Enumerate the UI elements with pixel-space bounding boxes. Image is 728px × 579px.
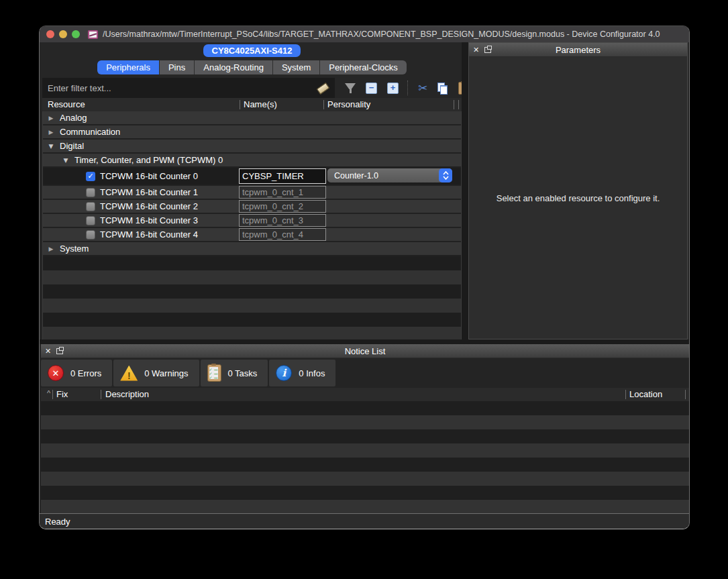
tab-system[interactable]: System bbox=[273, 60, 320, 74]
empty-row bbox=[41, 500, 689, 514]
resource-name-input[interactable] bbox=[239, 186, 326, 199]
stepper-chevrons-icon bbox=[439, 168, 452, 182]
device-configurator-window: /Users/mathrax/mtw/TimerInterrupt_PSoC4/… bbox=[39, 25, 690, 529]
empty-row bbox=[43, 270, 461, 284]
warnings-filter-button[interactable]: 0 Warnings bbox=[113, 360, 199, 386]
tree-row-counter-1[interactable]: TCPWM 16-bit Counter 1 bbox=[43, 186, 461, 200]
resource-table-header: Resource Name(s) Personality bbox=[42, 98, 462, 111]
filter-toolbar: − + ✂ bbox=[42, 78, 462, 98]
tasks-icon bbox=[207, 364, 221, 382]
titlebar: /Users/mathrax/mtw/TimerInterrupt_PSoC4/… bbox=[40, 26, 689, 43]
enable-checkbox[interactable] bbox=[86, 202, 95, 211]
empty-row bbox=[41, 443, 689, 458]
infos-filter-button[interactable]: i 0 Infos bbox=[269, 360, 335, 386]
parameters-panel-header: Parameters ✕ bbox=[469, 43, 687, 57]
empty-row bbox=[43, 256, 461, 270]
status-bar: Ready bbox=[40, 513, 690, 529]
empty-row bbox=[41, 429, 689, 443]
expand-all-icon[interactable]: + bbox=[387, 83, 399, 94]
tab-analog-routing[interactable]: Analog-Routing bbox=[195, 60, 273, 74]
tree-row-analog[interactable]: ▶ Analog bbox=[43, 111, 461, 125]
notice-filter-toolbar: ✕ 0 Errors 0 Warnings 0 Tasks i 0 Infos bbox=[41, 358, 689, 388]
panel-splitter[interactable] bbox=[462, 42, 468, 339]
empty-row bbox=[41, 401, 689, 415]
enable-checkbox[interactable] bbox=[86, 216, 95, 225]
device-chip-button[interactable]: CY8C4025AXI-S412 bbox=[203, 44, 301, 57]
column-fix[interactable]: Fix bbox=[56, 389, 68, 399]
empty-row bbox=[43, 284, 461, 299]
tree-row-counter-2[interactable]: TCPWM 16-bit Counter 2 bbox=[43, 200, 461, 214]
column-resource[interactable]: Resource bbox=[48, 99, 85, 109]
column-personality[interactable]: Personality bbox=[327, 99, 370, 109]
zoom-window-button[interactable] bbox=[72, 30, 80, 38]
column-description[interactable]: Description bbox=[105, 389, 149, 399]
tree-row-tcpwm-group[interactable]: ▼ Timer, Counter, and PWM (TCPWM) 0 bbox=[43, 154, 461, 168]
enable-checkbox[interactable] bbox=[86, 230, 95, 240]
chevron-down-icon[interactable]: ▼ bbox=[62, 157, 70, 164]
resource-name-input[interactable] bbox=[239, 228, 326, 241]
tree-row-counter-4[interactable]: TCPWM 16-bit Counter 4 bbox=[43, 228, 461, 242]
notice-table-header: ^ Fix Description Location bbox=[41, 388, 689, 401]
empty-row bbox=[43, 327, 461, 341]
document-icon bbox=[88, 30, 98, 39]
tab-pins[interactable]: Pins bbox=[160, 60, 195, 74]
tree-row-counter-3[interactable]: TCPWM 16-bit Counter 3 bbox=[43, 214, 461, 228]
resource-name-input[interactable] bbox=[239, 200, 326, 213]
warning-icon bbox=[120, 366, 138, 381]
close-panel-icon[interactable]: ✕ bbox=[45, 348, 51, 355]
chevron-right-icon[interactable]: ▶ bbox=[47, 129, 55, 136]
notice-list-header: Notice List ✕ bbox=[41, 344, 689, 358]
minimize-window-button[interactable] bbox=[59, 30, 67, 38]
resource-name-input[interactable] bbox=[239, 168, 326, 184]
horizontal-splitter[interactable] bbox=[40, 339, 690, 344]
resource-name-input[interactable] bbox=[239, 214, 326, 227]
copy-icon[interactable] bbox=[437, 83, 448, 94]
tab-peripheral-clocks[interactable]: Peripheral-Clocks bbox=[320, 60, 407, 74]
empty-row bbox=[41, 486, 689, 500]
float-panel-icon[interactable] bbox=[484, 47, 491, 53]
column-names[interactable]: Name(s) bbox=[244, 99, 277, 109]
chevron-right-icon[interactable]: ▶ bbox=[47, 115, 55, 121]
filter-input[interactable] bbox=[42, 78, 335, 98]
empty-row bbox=[41, 415, 689, 429]
resource-tree: ▶ Analog ▶ Communication ▼ Digital ▼ Tim… bbox=[42, 111, 462, 339]
empty-row bbox=[41, 472, 689, 486]
enable-checkbox[interactable] bbox=[86, 188, 95, 197]
close-panel-icon[interactable]: ✕ bbox=[473, 46, 479, 54]
clear-filter-eraser-icon[interactable] bbox=[317, 83, 329, 93]
empty-row bbox=[41, 458, 689, 472]
chevron-down-icon[interactable]: ▼ bbox=[47, 143, 55, 150]
parameters-empty-message: Select an enabled resource to configure … bbox=[497, 193, 660, 203]
chevron-right-icon[interactable]: ▶ bbox=[47, 246, 55, 252]
empty-row bbox=[43, 313, 461, 327]
personality-dropdown[interactable]: Counter-1.0 bbox=[327, 168, 452, 182]
tab-bar: Peripherals Pins Analog-Routing System P… bbox=[97, 60, 407, 74]
enable-checkbox[interactable] bbox=[86, 172, 95, 181]
tree-row-system[interactable]: ▶ System bbox=[43, 242, 461, 256]
info-icon: i bbox=[276, 365, 292, 381]
tab-peripherals[interactable]: Peripherals bbox=[97, 60, 160, 74]
notice-list-title: Notice List bbox=[41, 346, 689, 356]
notice-table-body bbox=[41, 401, 689, 514]
notice-list-panel: Notice List ✕ ✕ 0 Errors 0 Warnings 0 Ta… bbox=[41, 344, 689, 514]
tasks-filter-button[interactable]: 0 Tasks bbox=[201, 360, 268, 386]
errors-filter-button[interactable]: ✕ 0 Errors bbox=[41, 360, 112, 386]
cut-icon[interactable]: ✂ bbox=[418, 83, 427, 94]
empty-row bbox=[43, 299, 461, 313]
window-title: /Users/mathrax/mtw/TimerInterrupt_PSoC4/… bbox=[103, 30, 660, 39]
error-icon: ✕ bbox=[48, 365, 64, 381]
tree-row-digital[interactable]: ▼ Digital bbox=[43, 140, 461, 154]
parameters-panel: Parameters ✕ Select an enabled resource … bbox=[468, 42, 688, 339]
column-location[interactable]: Location bbox=[629, 389, 662, 399]
close-window-button[interactable] bbox=[46, 30, 54, 38]
tree-row-communication[interactable]: ▶ Communication bbox=[43, 125, 461, 140]
status-text: Ready bbox=[45, 517, 70, 527]
parameters-title: Parameters bbox=[469, 45, 687, 55]
collapse-all-icon[interactable]: − bbox=[366, 83, 377, 94]
toolbar-separator bbox=[407, 81, 408, 95]
float-panel-icon[interactable] bbox=[56, 348, 63, 354]
tree-row-counter-0[interactable]: TCPWM 16-bit Counter 0 Counter-1.0 bbox=[43, 168, 461, 186]
sort-ascending-icon[interactable]: ^ bbox=[47, 389, 50, 397]
filter-funnel-icon[interactable] bbox=[345, 83, 356, 93]
